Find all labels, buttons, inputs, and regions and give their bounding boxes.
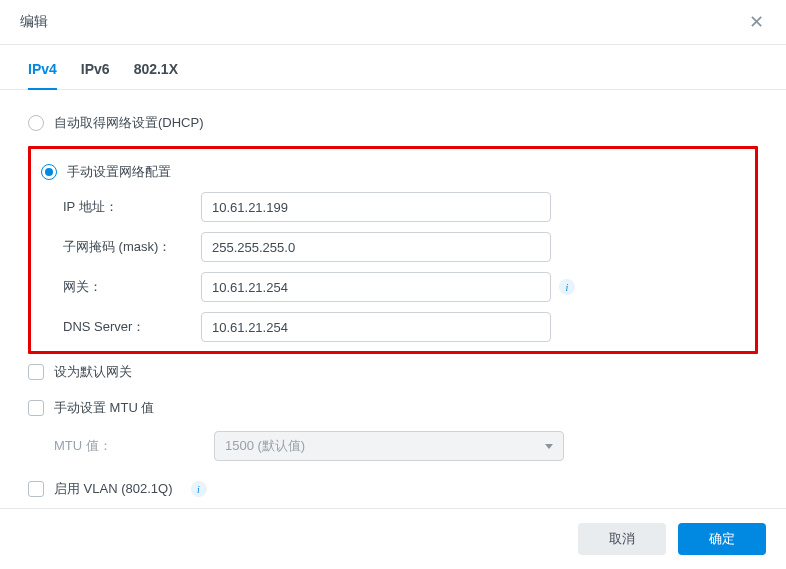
mtu-checkbox[interactable] xyxy=(28,400,44,416)
info-icon[interactable] xyxy=(559,279,575,295)
gateway-input[interactable] xyxy=(201,272,551,302)
gateway-row: 网关： xyxy=(31,267,755,307)
radio-dhcp-label: 自动取得网络设置(DHCP) xyxy=(54,114,204,132)
mtu-label: 手动设置 MTU 值 xyxy=(54,399,154,417)
radio-dhcp[interactable] xyxy=(28,115,44,131)
radio-manual-label: 手动设置网络配置 xyxy=(67,163,171,181)
vlan-label: 启用 VLAN (802.1Q) xyxy=(54,480,173,498)
radio-manual-row: 手动设置网络配置 xyxy=(31,157,755,187)
tabs: IPv4 IPv6 802.1X xyxy=(0,45,786,90)
cancel-button[interactable]: 取消 xyxy=(578,523,666,555)
default-gateway-label: 设为默认网关 xyxy=(54,363,132,381)
vlan-row: 启用 VLAN (802.1Q) xyxy=(28,471,758,507)
tab-content-ipv4: 自动取得网络设置(DHCP) 手动设置网络配置 IP 地址： 子网掩码 (mas… xyxy=(0,90,786,552)
ip-address-input[interactable] xyxy=(201,192,551,222)
ip-address-row: IP 地址： xyxy=(31,187,755,227)
gateway-label: 网关： xyxy=(41,278,201,296)
close-button[interactable] xyxy=(746,12,766,32)
dialog-header: 编辑 xyxy=(0,0,786,45)
default-gateway-checkbox[interactable] xyxy=(28,364,44,380)
mtu-select: 1500 (默认值) xyxy=(214,431,564,461)
mtu-select-value: 1500 (默认值) xyxy=(225,437,305,455)
tab-8021x[interactable]: 802.1X xyxy=(134,61,178,89)
dns-row: DNS Server： xyxy=(31,307,755,347)
tab-ipv4[interactable]: IPv4 xyxy=(28,61,57,89)
default-gateway-row: 设为默认网关 xyxy=(28,354,758,390)
radio-dhcp-row: 自动取得网络设置(DHCP) xyxy=(28,108,758,138)
vlan-checkbox[interactable] xyxy=(28,481,44,497)
ip-address-label: IP 地址： xyxy=(41,198,201,216)
tab-ipv6[interactable]: IPv6 xyxy=(81,61,110,89)
radio-manual[interactable] xyxy=(41,164,57,180)
chevron-down-icon xyxy=(545,444,553,449)
mtu-value-row: MTU 值： 1500 (默认值) xyxy=(28,426,758,471)
subnet-mask-input[interactable] xyxy=(201,232,551,262)
dialog-footer: 取消 确定 xyxy=(0,508,786,569)
mtu-value-label: MTU 值： xyxy=(28,437,214,455)
subnet-mask-row: 子网掩码 (mask)： xyxy=(31,227,755,267)
ok-button[interactable]: 确定 xyxy=(678,523,766,555)
dns-input[interactable] xyxy=(201,312,551,342)
mtu-row: 手动设置 MTU 值 xyxy=(28,390,758,426)
info-icon[interactable] xyxy=(191,481,207,497)
dialog-title: 编辑 xyxy=(20,13,48,31)
manual-config-highlight: 手动设置网络配置 IP 地址： 子网掩码 (mask)： 网关： DNS Ser… xyxy=(28,146,758,354)
dns-label: DNS Server： xyxy=(41,318,201,336)
subnet-mask-label: 子网掩码 (mask)： xyxy=(41,238,201,256)
